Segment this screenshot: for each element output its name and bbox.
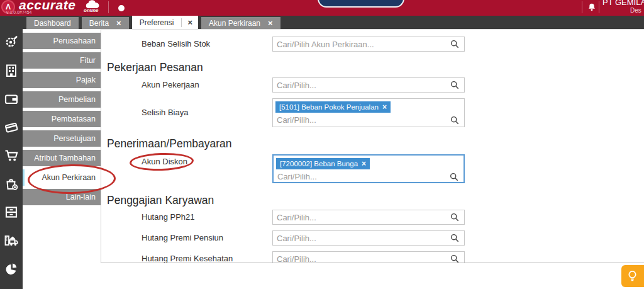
delivery-truck-icon[interactable] [4, 233, 19, 248]
shopping-cart-icon[interactable] [4, 148, 19, 163]
settings-gear-icon[interactable] [4, 35, 19, 50]
payment-cards-icon[interactable] [4, 120, 19, 135]
account-search-input[interactable] [277, 40, 450, 49]
notifications-bell-icon[interactable] [587, 3, 597, 16]
field-label-selisih-biaya: Selisih Biaya [142, 105, 267, 120]
help-lightbulb-button[interactable] [621, 265, 644, 287]
field-label-beban-selisih-stok: Beban Selisih Stok [142, 37, 267, 52]
account-search-input[interactable] [277, 115, 450, 125]
menu-item-pembelian[interactable]: Pembelian [23, 91, 101, 108]
input-hutang-premi-kesehatan[interactable] [272, 251, 465, 263]
remove-tag-icon[interactable]: × [362, 159, 366, 168]
status-dot-indicator [118, 5, 125, 11]
tag-label: [5101] Beban Pokok Penjualan [279, 103, 379, 111]
section-title-penerimaan-pembayaran: Penerimaan/Pembayaran [107, 137, 231, 150]
selected-account-tag: [7200002] Beban Bunga × [276, 158, 370, 169]
top-bar: Λ accurate online v 1.0.0#7454 PT GEMILA… [0, 0, 644, 16]
selected-account-tag: [5101] Beban Pokok Penjualan × [275, 101, 391, 113]
tab-akun-perkiraan[interactable]: Akun Perkiraan × [201, 17, 280, 29]
account-search-input[interactable] [277, 234, 450, 243]
input-hutang-premi-pensiun[interactable] [272, 230, 465, 246]
brand-subtitle: online [84, 8, 99, 13]
account-search-input[interactable] [277, 172, 450, 181]
account-search-input[interactable] [277, 254, 450, 264]
module-icon-sidebar [0, 29, 23, 289]
tab-label: Berita [89, 19, 109, 28]
topbar-divider [108, 1, 109, 13]
company-subtext: Des [630, 6, 644, 14]
search-icon[interactable] [450, 173, 458, 181]
input-beban-selisih-stok[interactable] [272, 37, 465, 52]
tab-label: Dashboard [34, 19, 71, 28]
input-akun-pekerjaan[interactable] [272, 77, 465, 93]
menu-item-perusahaan[interactable]: Perusahaan [23, 33, 101, 49]
field-label-hutang-premi-pensiun: Hutang Premi Pensiun [142, 230, 267, 246]
field-label-hutang-premi-kesehatan: Hutang Premi Kesehatan [142, 251, 267, 263]
tag-label: [7200002] Beban Bunga [280, 160, 358, 167]
input-selisih-biaya[interactable]: [5101] Beban Pokok Penjualan × [272, 98, 465, 127]
company-building-icon[interactable] [4, 63, 19, 78]
field-label-akun-pekerjaan: Akun Pekerjaan [142, 77, 267, 93]
remove-tag-icon[interactable]: × [382, 103, 387, 111]
app-version: v 1.0.0#7454 [6, 10, 31, 14]
pie-chart-icon[interactable] [4, 261, 19, 276]
close-icon[interactable]: × [268, 18, 273, 28]
close-icon[interactable]: × [182, 16, 198, 29]
search-icon[interactable] [450, 254, 459, 263]
search-icon[interactable] [450, 213, 459, 222]
input-hutang-pph21[interactable] [272, 210, 465, 225]
tab-dashboard[interactable]: Dashboard [26, 17, 79, 29]
menu-item-persetujuan[interactable]: Persetujuan [23, 130, 101, 147]
lightbulb-icon [627, 270, 638, 283]
menu-item-pembatasan[interactable]: Pembatasan [23, 111, 101, 127]
tab-label: Preferensi [140, 18, 174, 27]
input-akun-diskon[interactable]: [7200002] Beban Bunga × [272, 154, 465, 183]
company-info: PT GEMILA Des [602, 0, 644, 14]
menu-item-atribut-tambahan[interactable]: Atribut Tambahan [23, 150, 101, 166]
search-icon[interactable] [450, 234, 459, 242]
company-name: PT GEMILA [602, 0, 644, 6]
section-title-penggajian-karyawan: Penggajian Karyawan [107, 194, 214, 207]
topbar-divider [599, 1, 599, 13]
topbar-divider [582, 1, 582, 13]
topbar-action-button[interactable] [318, 0, 404, 8]
search-icon[interactable] [450, 81, 459, 89]
drawer-cabinet-icon[interactable] [4, 205, 19, 220]
menu-item-pajak[interactable]: Pajak [23, 72, 101, 88]
search-icon[interactable] [450, 40, 459, 48]
account-search-input[interactable] [277, 81, 450, 90]
tab-preferensi[interactable]: Preferensi × [132, 16, 198, 29]
bag-add-icon[interactable] [4, 176, 19, 191]
search-icon[interactable] [450, 116, 459, 125]
account-search-input[interactable] [277, 213, 450, 222]
tab-berita[interactable]: Berita × [82, 17, 129, 29]
tab-bar: Dashboard Berita × Preferensi × Akun Per… [0, 16, 644, 29]
field-label-hutang-pph21: Hutang PPh21 [142, 210, 267, 225]
preferences-form-panel: Beban Selisih Stok Pekerjaan Pesanan Aku… [101, 29, 644, 263]
wallet-icon[interactable] [4, 91, 19, 106]
close-icon[interactable]: × [116, 18, 121, 28]
menu-item-fitur[interactable]: Fitur [23, 52, 101, 69]
tab-label: Akun Perkiraan [209, 19, 260, 28]
section-title-pekerjaan-pesanan: Pekerjaan Pesanan [107, 61, 203, 74]
